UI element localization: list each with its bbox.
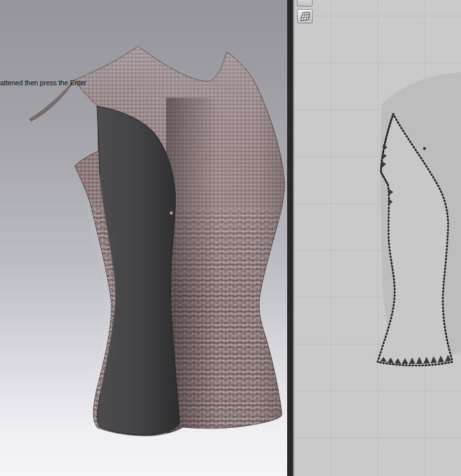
object-button[interactable]	[297, 0, 313, 7]
mesh-grid-icon	[298, 10, 312, 23]
3d-viewport[interactable]: attened then press the Enter	[0, 0, 287, 476]
garment-design-app: attened then press the Enter	[0, 0, 461, 476]
panel-divider[interactable]	[287, 0, 294, 476]
hint-text: attened then press the Enter	[0, 79, 87, 87]
notch-point[interactable]	[423, 147, 426, 150]
3d-object-icon	[298, 0, 312, 6]
2d-pattern-viewport[interactable]	[294, 0, 461, 476]
garment-3d-render[interactable]	[0, 0, 287, 476]
mesh-button[interactable]	[297, 9, 313, 23]
chest-highlight-dot	[170, 212, 173, 215]
